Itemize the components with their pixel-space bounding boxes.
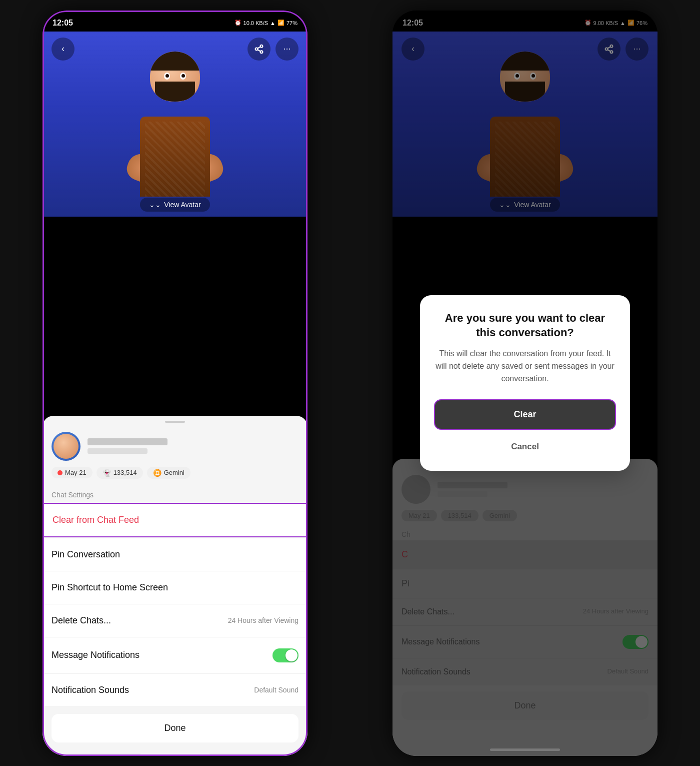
left-profile-avatar — [52, 432, 80, 461]
left-avatar-area: ‹ ··· — [42, 32, 308, 217]
right-dialog: Are you sure you want to clear this conv… — [420, 295, 630, 471]
left-menu-item-notifications[interactable]: Message Notifications — [42, 637, 308, 674]
right-dialog-overlay: Are you sure you want to clear this conv… — [392, 11, 658, 756]
left-menu-item-pin-conv[interactable]: Pin Conversation — [42, 538, 308, 571]
left-tag-zodiac: ♊ Gemini — [147, 467, 190, 479]
left-tag-date: May 21 — [52, 467, 92, 478]
right-dialog-cancel-button[interactable]: Cancel — [434, 435, 616, 459]
alarm-icon: ⏰ — [234, 20, 242, 26]
left-toggle-knob — [286, 649, 298, 661]
left-share-button[interactable] — [248, 38, 270, 61]
left-menu-item-delete-value: 24 Hours after Viewing — [228, 616, 298, 624]
left-back-button[interactable]: ‹ — [52, 38, 74, 61]
left-status-icons: ⏰ 10.0 KB/S ▲ 📶 77% — [234, 20, 298, 26]
right-dialog-body: This will clear the conversation from yo… — [434, 348, 616, 385]
left-tag-zodiac-label: Gemini — [164, 469, 184, 476]
left-avatar-shirt — [145, 122, 205, 197]
left-profile-name-sub — [88, 448, 148, 454]
left-menu-item-sounds-label: Notification Sounds — [52, 685, 129, 695]
left-time: 12:05 — [52, 19, 73, 28]
left-profile-mini-avatar — [54, 434, 78, 459]
left-tag-date-label: May 21 — [65, 469, 86, 476]
ghost-icon: 👻 — [102, 469, 111, 477]
left-top-nav: ‹ ··· — [42, 32, 308, 67]
left-avatar-torso — [140, 117, 210, 197]
left-menu-item-notifications-label: Message Notifications — [52, 650, 140, 660]
left-profile-name-text — [88, 438, 168, 445]
left-menu-item-pin-conv-label: Pin Conversation — [52, 549, 120, 560]
left-profile-row — [42, 426, 308, 467]
left-bottom-sheet: May 21 👻 133,514 ♊ Gemini Chat Settings … — [42, 416, 308, 756]
left-phone-wrapper: 12:05 ⏰ 10.0 KB/S ▲ 📶 77% ‹ — [0, 0, 350, 766]
left-tags-row: May 21 👻 133,514 ♊ Gemini — [42, 467, 308, 486]
left-done-button[interactable]: Done — [52, 714, 298, 742]
left-tag-followers: 👻 133,514 — [96, 467, 143, 479]
left-sheet-handle — [165, 421, 185, 423]
left-avatar-figure — [120, 47, 230, 197]
left-avatar-beard — [155, 82, 195, 102]
left-avatar-eye-left — [164, 73, 170, 80]
left-view-avatar-label: View Avatar — [164, 201, 200, 209]
left-separator — [140, 753, 210, 756]
left-menu-item-sounds-value: Default Sound — [254, 686, 298, 694]
left-section-header: Chat Settings — [42, 486, 308, 502]
left-view-avatar-button[interactable]: ⌄⌄ View Avatar — [140, 198, 210, 212]
svg-line-4 — [258, 47, 260, 48]
left-menu-item-pin-home-label: Pin Shortcut to Home Screen — [52, 582, 168, 593]
left-menu-item-delete-label: Delete Chats... — [52, 615, 111, 626]
left-tag-followers-label: 133,514 — [114, 469, 137, 476]
svg-line-3 — [258, 50, 260, 51]
left-menu-item-clear[interactable]: Clear from Chat Feed — [42, 503, 308, 537]
signal-icon: 📶 — [278, 20, 284, 26]
left-menu-item-clear-label: Clear from Chat Feed — [52, 515, 139, 525]
left-profile-name — [88, 438, 298, 454]
left-toggle-notifications[interactable] — [272, 648, 298, 662]
chevron-down-icon: ⌄⌄ — [149, 201, 161, 209]
left-status-bar: 12:05 ⏰ 10.0 KB/S ▲ 📶 77% — [42, 11, 308, 32]
right-phone-wrapper: 12:05 ⏰ 9.00 KB/S ▲ 📶 76% ‹ — [350, 0, 700, 766]
left-tag-dot — [58, 470, 62, 475]
left-phone: 12:05 ⏰ 10.0 KB/S ▲ 📶 77% ‹ — [42, 11, 308, 756]
speed-label: 10.0 KB/S — [244, 20, 268, 26]
left-menu-item-sounds[interactable]: Notification Sounds Default Sound — [42, 674, 308, 707]
wifi-icon: ▲ — [270, 20, 276, 26]
right-dialog-title: Are you sure you want to clear this conv… — [434, 311, 616, 340]
left-menu-item-pin-home[interactable]: Pin Shortcut to Home Screen — [42, 571, 308, 604]
right-phone: 12:05 ⏰ 9.00 KB/S ▲ 📶 76% ‹ — [392, 11, 658, 756]
right-dialog-clear-button[interactable]: Clear — [434, 399, 616, 430]
left-avatar-eyes — [150, 73, 200, 80]
gemini-icon: ♊ — [153, 469, 162, 477]
left-avatar-body — [120, 47, 230, 197]
left-nav-right: ··· — [248, 38, 298, 61]
left-avatar-eye-right — [180, 73, 186, 80]
battery-label: 77% — [286, 20, 298, 26]
left-more-button[interactable]: ··· — [276, 38, 298, 61]
left-menu-item-delete[interactable]: Delete Chats... 24 Hours after Viewing — [42, 604, 308, 637]
